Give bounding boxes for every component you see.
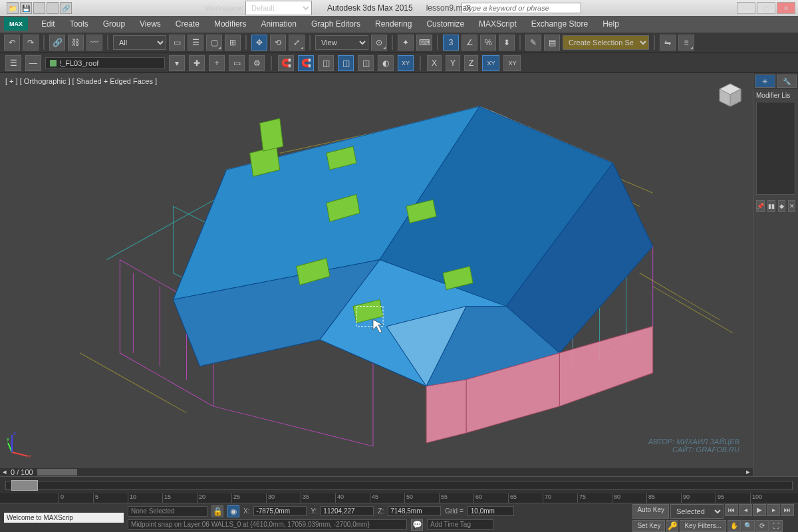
- next-frame-icon[interactable]: ▸: [767, 504, 780, 516]
- coord-x-field[interactable]: [253, 506, 307, 516]
- layer-add-to-button[interactable]: ＋: [209, 55, 225, 71]
- selection-filter-dropdown[interactable]: All: [113, 35, 166, 50]
- time-slider[interactable]: [5, 481, 793, 490]
- menu-graph-editors[interactable]: Graph Editors: [305, 17, 367, 31]
- key-icon[interactable]: 🔑: [666, 520, 678, 532]
- nav-orbit-icon[interactable]: ⟳: [755, 520, 769, 532]
- auto-key-button[interactable]: Auto Key: [632, 504, 669, 519]
- set-key-button[interactable]: Set Key: [632, 520, 665, 532]
- maxscript-mini-listener[interactable]: Welcome to MAXScrip: [4, 513, 124, 523]
- select-region-button[interactable]: ▢: [206, 35, 222, 51]
- select-scale-button[interactable]: ⤢: [289, 35, 305, 51]
- time-tag-field[interactable]: Add Time Tag: [427, 519, 493, 530]
- show-end-result-icon[interactable]: ▮▮: [767, 200, 775, 212]
- menu-group[interactable]: Group: [96, 17, 132, 31]
- scrollbar-thumb[interactable]: [37, 469, 77, 475]
- bind-spacewarp-button[interactable]: 〰: [86, 35, 102, 51]
- nav-pan-icon[interactable]: ✋: [728, 520, 741, 532]
- workspace-selector[interactable]: Workspace: Default: [205, 1, 312, 15]
- lock-selection-icon[interactable]: 🔒: [211, 505, 223, 517]
- edit-named-sel-button[interactable]: ✎: [525, 35, 541, 51]
- menu-maxscript[interactable]: MAXScript: [472, 17, 523, 31]
- undo-button[interactable]: ↶: [4, 35, 20, 51]
- goto-start-icon[interactable]: ⏮: [725, 504, 738, 516]
- menu-modifiers[interactable]: Modifiers: [207, 17, 253, 31]
- viewport-scrollbar[interactable]: ◂ 0 / 100 ▸: [0, 467, 753, 476]
- layer-props-button[interactable]: ⚙: [249, 55, 265, 71]
- remove-modifier-icon[interactable]: ✕: [788, 200, 795, 212]
- layer-dropdown-icon[interactable]: ▾: [169, 55, 185, 71]
- align-button[interactable]: ≡: [678, 35, 694, 51]
- axis-xy-button[interactable]: XY: [482, 55, 499, 71]
- spinner-snap-button[interactable]: ⬍: [499, 35, 515, 51]
- nav-zoom-icon[interactable]: 🔍: [741, 520, 755, 532]
- modifier-stack-list[interactable]: [756, 102, 795, 195]
- viewport-label[interactable]: [ + ] [ Orthographic ] [ Shaded + Edged …: [5, 77, 157, 85]
- window-crossing-button[interactable]: ⊞: [225, 35, 241, 51]
- layer-new-button[interactable]: ✚: [189, 55, 205, 71]
- axis-xyz-button[interactable]: XY: [503, 55, 521, 71]
- pin-stack-icon[interactable]: 📌: [756, 200, 765, 212]
- workspace-dropdown[interactable]: Default: [245, 1, 312, 15]
- arrow-right-icon[interactable]: ▸: [746, 467, 750, 476]
- menu-exchange-store[interactable]: Exchange Store: [525, 17, 595, 31]
- use-pivot-center-button[interactable]: ⊙: [371, 35, 387, 51]
- qat-open-icon[interactable]: 📁: [7, 2, 19, 14]
- mirror-button[interactable]: ⇋: [660, 35, 676, 51]
- current-layer-field[interactable]: !_FL03_roof: [45, 57, 165, 69]
- menu-help[interactable]: Help: [596, 17, 626, 31]
- menu-views[interactable]: Views: [133, 17, 168, 31]
- search-input[interactable]: [462, 3, 581, 13]
- qat-save-icon[interactable]: 💾: [20, 2, 32, 14]
- arrow-left-icon[interactable]: ◂: [3, 467, 7, 476]
- named-selection-dropdown[interactable]: Create Selection Se: [563, 35, 649, 50]
- app-logo[interactable]: MAX: [4, 17, 28, 31]
- named-sel-sets-icon[interactable]: ▤: [544, 35, 560, 51]
- minimize-button[interactable]: —: [737, 2, 755, 14]
- viewcube-icon[interactable]: [714, 80, 746, 112]
- snap-options-3[interactable]: ◫: [358, 55, 374, 71]
- layer-select-button[interactable]: ▭: [229, 55, 245, 71]
- link-button[interactable]: 🔗: [49, 35, 65, 51]
- goto-end-icon[interactable]: ⏭: [781, 504, 794, 516]
- qat-redo-icon[interactable]: ↷: [47, 2, 59, 14]
- qat-undo-icon[interactable]: ↶: [33, 2, 45, 14]
- snap-move-button[interactable]: 🧲: [278, 55, 294, 71]
- snap-options-4[interactable]: ◐: [378, 55, 394, 71]
- ref-coord-dropdown[interactable]: View: [315, 35, 368, 50]
- menu-customize[interactable]: Customize: [420, 17, 471, 31]
- angle-snap-button[interactable]: ∠: [462, 35, 477, 51]
- viewport[interactable]: [ + ] [ Orthographic ] [ Shaded + Edged …: [0, 73, 753, 476]
- close-button[interactable]: ✕: [777, 2, 795, 14]
- comm-center-icon[interactable]: 💬: [411, 519, 423, 531]
- maximize-button[interactable]: ▢: [757, 2, 775, 14]
- make-unique-icon[interactable]: ◆: [778, 200, 785, 212]
- axis-y-button[interactable]: Y: [446, 55, 460, 71]
- select-manipulate-button[interactable]: ✦: [398, 35, 414, 51]
- select-rotate-button[interactable]: ⟲: [270, 35, 286, 51]
- tab-create[interactable]: ✳: [755, 74, 775, 88]
- keyboard-shortcut-button[interactable]: ⌨: [416, 35, 432, 51]
- time-slider-handle[interactable]: [11, 480, 38, 491]
- tab-modify[interactable]: 🔧: [777, 74, 797, 88]
- nav-max-icon[interactable]: ⛶: [769, 520, 783, 532]
- qat-link-icon[interactable]: 🔗: [60, 2, 72, 14]
- prev-frame-icon[interactable]: ◂: [739, 504, 752, 516]
- axis-x-button[interactable]: X: [427, 55, 442, 71]
- layer-prev-icon[interactable]: —: [25, 55, 41, 71]
- percent-snap-button[interactable]: %: [480, 35, 496, 51]
- snap-options-2[interactable]: ◫: [338, 55, 354, 71]
- key-mode-dropdown[interactable]: Selected: [670, 504, 724, 519]
- key-filters-button[interactable]: Key Filters...: [680, 520, 726, 532]
- menu-create[interactable]: Create: [169, 17, 206, 31]
- snap-xy-button[interactable]: XY: [398, 55, 414, 71]
- snap-toggle-button[interactable]: 3: [443, 35, 459, 51]
- snap-options-1[interactable]: ◫: [318, 55, 334, 71]
- menu-edit[interactable]: Edit: [35, 17, 62, 31]
- isolate-selection-icon[interactable]: ◉: [227, 505, 239, 517]
- menu-tools[interactable]: Tools: [63, 17, 95, 31]
- snap-rotate-button[interactable]: 🧲: [298, 55, 314, 71]
- select-move-button[interactable]: ✥: [251, 35, 267, 51]
- play-icon[interactable]: ▶: [753, 504, 766, 516]
- select-object-button[interactable]: ▭: [169, 35, 185, 51]
